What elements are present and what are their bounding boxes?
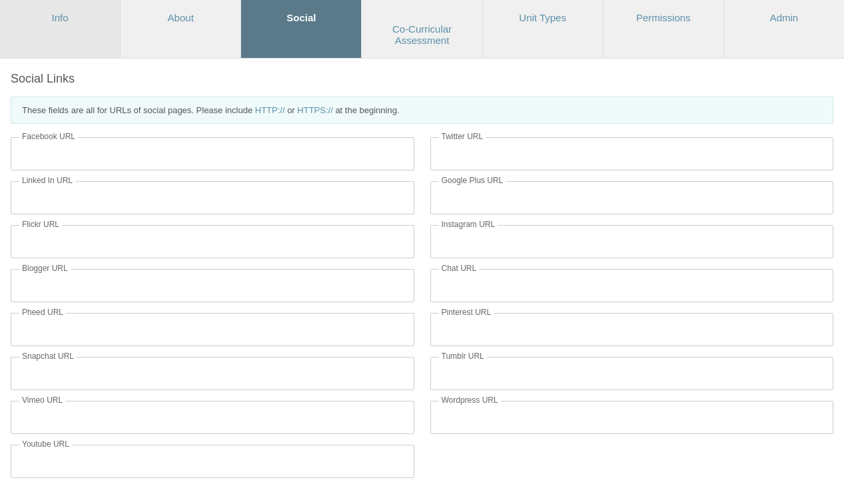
vimeo-url-input[interactable] xyxy=(18,407,407,428)
facebook-url-input[interactable] xyxy=(18,143,407,164)
snapchat-url-field: Snapchat URL xyxy=(11,357,414,390)
wordpress-url-input[interactable] xyxy=(438,407,827,428)
pinterest-url-field: Pinterest URL xyxy=(430,313,834,346)
instagram-url-input[interactable] xyxy=(438,231,827,252)
facebook-url-label: Facebook URL xyxy=(19,132,78,141)
tab-info[interactable]: Info xyxy=(0,0,121,58)
chat-url-label: Chat URL xyxy=(439,264,480,273)
googleplus-url-field: Google Plus URL xyxy=(430,181,834,214)
pheed-url-label: Pheed URL xyxy=(19,308,66,317)
googleplus-url-label: Google Plus URL xyxy=(439,176,506,185)
social-content: Social Links These fields are all for UR… xyxy=(0,59,844,491)
tab-co-curricular[interactable]: Co-CurricularAssessment xyxy=(362,0,482,58)
chat-url-field: Chat URL xyxy=(430,269,834,302)
tumblr-url-field: Tumblr URL xyxy=(430,357,834,390)
snapchat-url-input[interactable] xyxy=(18,363,407,384)
tab-about[interactable]: About xyxy=(121,0,241,58)
googleplus-url-input[interactable] xyxy=(438,187,827,208)
facebook-url-field: Facebook URL xyxy=(11,137,414,170)
pheed-url-input[interactable] xyxy=(18,319,407,340)
pinterest-url-input[interactable] xyxy=(438,319,827,340)
linkedin-url-field: Linked In URL xyxy=(11,181,414,214)
wordpress-url-label: Wordpress URL xyxy=(439,395,501,405)
section-title: Social Links xyxy=(11,72,833,86)
flickr-url-field: Flickr URL xyxy=(11,225,414,258)
twitter-url-label: Twitter URL xyxy=(439,132,486,141)
instagram-url-field: Instagram URL xyxy=(430,225,834,258)
linkedin-url-label: Linked In URL xyxy=(19,176,75,185)
wordpress-url-field: Wordpress URL xyxy=(430,401,834,434)
pinterest-url-label: Pinterest URL xyxy=(439,308,494,317)
youtube-url-field: Youtube URL xyxy=(11,445,414,478)
youtube-url-label: Youtube URL xyxy=(19,439,72,449)
tumblr-url-input[interactable] xyxy=(438,363,827,384)
youtube-url-input[interactable] xyxy=(18,451,407,472)
vimeo-url-field: Vimeo URL xyxy=(11,401,414,434)
chat-url-input[interactable] xyxy=(438,275,827,296)
tab-bar: Info About Social Co-CurricularAssessmen… xyxy=(0,0,844,59)
blogger-url-label: Blogger URL xyxy=(19,264,71,273)
tab-social[interactable]: Social xyxy=(241,0,362,58)
snapchat-url-label: Snapchat URL xyxy=(19,352,77,361)
info-banner: These fields are all for URLs of social … xyxy=(11,97,833,124)
fields-grid: Facebook URL Twitter URL Linked In URL G… xyxy=(11,137,833,478)
twitter-url-input[interactable] xyxy=(438,143,827,164)
tumblr-url-label: Tumblr URL xyxy=(439,352,487,361)
blogger-url-input[interactable] xyxy=(18,275,407,296)
vimeo-url-label: Vimeo URL xyxy=(19,395,65,405)
flickr-url-input[interactable] xyxy=(18,231,407,252)
linkedin-url-input[interactable] xyxy=(18,187,407,208)
tab-permissions[interactable]: Permissions xyxy=(604,0,724,58)
instagram-url-label: Instagram URL xyxy=(439,220,498,229)
tab-admin[interactable]: Admin xyxy=(724,0,844,58)
twitter-url-field: Twitter URL xyxy=(430,137,834,170)
tab-unit-types[interactable]: Unit Types xyxy=(483,0,604,58)
blogger-url-field: Blogger URL xyxy=(11,269,414,302)
pheed-url-field: Pheed URL xyxy=(11,313,414,346)
flickr-url-label: Flickr URL xyxy=(19,220,62,229)
